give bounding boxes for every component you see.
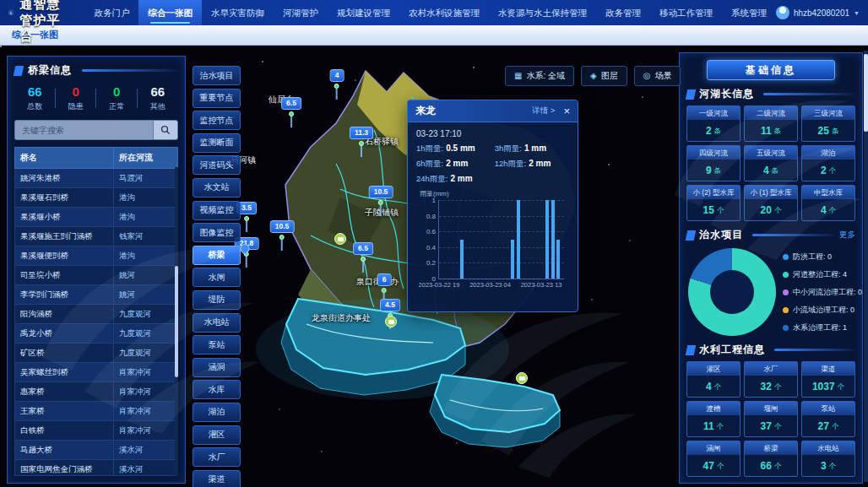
layer-menu-item[interactable]: 桥梁 [193,246,241,265]
top-navbar: 水系连通智慧管护平台 政务门户 综合一张图 水旱灾害防御 河湖管护 规划建设管理… [0,0,868,25]
card-label: 渡槽 [687,402,740,415]
nav-item[interactable]: 政务管理 [596,0,650,25]
bridge-name-cell: 吴家螺丝剅桥 [15,363,113,381]
card-label: 涵闸 [687,441,740,455]
card-number: 2 [706,125,712,137]
nav-item[interactable]: 政务门户 [84,0,138,25]
layer-menu-item[interactable]: 渠道 [193,470,241,487]
nav-item[interactable]: 规划建设管理 [328,0,399,25]
map-tool-button[interactable]: ▦ 水系: 全域 [505,66,574,86]
y-axis-tick: 0.6 [426,228,436,235]
table-row[interactable]: 矿区桥 九度观河 [15,344,177,363]
layer-menu-item[interactable]: 灌区 [193,425,241,445]
breadcrumb-bar: 综合一张图 [0,25,868,46]
table-row[interactable]: 姚河朱港桥 马渡河 [15,169,177,188]
bridge-name-cell: 李学剅门涵桥 [15,285,113,304]
layer-menu-item[interactable]: 水厂 [193,447,241,467]
camera-icon[interactable] [516,372,528,384]
rain-bar [511,240,514,279]
marker-stem [361,146,362,157]
water-level-marker[interactable]: 11.3 [350,127,373,157]
layer-menu-item[interactable]: 图像监控 [193,223,241,242]
table-scroll-thumb[interactable] [175,266,178,377]
table-row[interactable]: 阳沟涵桥 九度观河 [15,305,177,324]
search-button[interactable] [153,120,178,140]
river-name-cell: 溪水河 [113,441,177,459]
table-row[interactable]: 果溪堰施王剅门涵桥 钱家河 [15,227,177,246]
card-number: 11 [703,420,714,432]
layer-menu-item[interactable]: 泵站 [193,335,241,354]
title-accent [14,66,24,76]
card-label: 五级河流 [745,146,797,160]
table-row[interactable]: 惠家桥 肖家冲河 [15,382,177,402]
nav-item[interactable]: 综合一张图 [138,0,202,25]
table-row[interactable]: 白铁桥 肖家冲河 [15,421,177,441]
layer-menu-item[interactable]: 水闸 [193,268,241,287]
layer-menu-item[interactable]: 监控节点 [193,111,241,130]
basic-info-button[interactable]: 基础信息 [707,60,835,80]
stat-card: 二级河流 11 条 [744,106,798,142]
bridge-name-cell: 国家电网焦金门涵桥 [15,460,113,476]
nav-item[interactable]: 移动工作管理 [650,0,722,25]
card-number: 32 [761,381,772,392]
nav-item[interactable]: 水资源与水土保持管理 [489,0,596,25]
nav-item[interactable]: 系统管理 [722,0,776,25]
map-tool-button[interactable]: ◈ 图层 [581,66,627,86]
stat-card: 三级河流 25 条 [801,106,855,142]
table-row[interactable]: 禹龙小桥 九度观河 [15,324,177,344]
stat-value: 66 [138,84,179,99]
table-row[interactable]: 果溪堰便剅桥 港沟 [15,246,177,266]
water-level-marker[interactable]: 10.5 [369,186,393,216]
layer-menu-item[interactable]: 水文站 [193,178,241,198]
map-tool-button[interactable]: ◎ 场景 [634,66,681,86]
table-row[interactable]: 马趟大桥 溪水河 [15,441,177,460]
page-scrollbar[interactable] [864,51,868,482]
layer-menu-item[interactable]: 河道码头 [193,155,241,175]
layer-menu-item[interactable]: 涵洞 [193,358,241,377]
column-header-bridge: 桥名 [15,148,113,168]
table-row[interactable]: 国家电网焦金门涵桥 溪水河 [15,460,177,476]
river-name-cell: 港沟 [113,188,177,207]
layer-menu-item[interactable]: 水电站 [193,313,241,333]
marker-stem [281,240,283,251]
layer-menu-item[interactable]: 治水项目 [193,66,241,85]
layer-menu-item[interactable]: 水库 [193,380,241,399]
water-level-marker[interactable]: 6.5 [353,242,373,273]
camera-lens [519,376,525,381]
table-row[interactable]: 果溪堰石剅桥 港沟 [15,188,177,208]
table-row[interactable]: 王家桥 肖家冲河 [15,402,177,421]
camera-lens [338,237,344,241]
detail-link[interactable]: 详情 > [532,106,555,116]
layer-menu-item[interactable]: 湖泊 [193,403,241,422]
nav-item[interactable]: 水旱灾害防御 [202,0,274,25]
basic-info-panel: 基础信息 河湖长信息 一级河流 2 条 [679,52,863,484]
table-row[interactable]: 司呈垸小桥 姚河 [15,266,177,285]
rain-bar [545,200,549,279]
page-scroll-thumb[interactable] [864,54,868,132]
more-link[interactable]: 更多 [839,230,855,241]
layer-menu-item[interactable]: 监测断面 [193,133,241,153]
camera-icon[interactable] [385,316,397,327]
table-row[interactable]: 果溪堰小桥 港沟 [15,208,177,227]
water-level-marker[interactable]: 4 [330,69,344,100]
layer-menu-item[interactable]: 视频监控 [193,201,241,220]
user-menu[interactable]: hhzb42080201 ▼ [776,6,860,19]
table-row[interactable]: 吴家螺丝剅桥 肖家冲河 [15,363,177,382]
search-input[interactable] [14,120,153,140]
nav-item[interactable]: 河湖管护 [274,0,328,25]
table-row[interactable]: 李学剅门涵桥 姚河 [15,285,177,305]
camera-icon[interactable] [334,233,346,245]
metric-label: 24h雨量: [416,174,448,183]
marker-value: 6 [377,273,392,286]
nav-item[interactable]: 农村水利设施管理 [399,0,489,25]
layer-menu-item[interactable]: 重要节点 [193,89,241,108]
table-scrollbar[interactable] [175,167,178,476]
layer-menu-item[interactable]: 堤防 [193,290,241,310]
bridge-name-cell: 司呈垸小桥 [15,266,113,284]
chevron-down-icon: ▼ [854,10,860,16]
water-level-marker[interactable]: 6.5 [281,97,301,127]
project-donut-chart [688,248,776,336]
stat-value: 0 [96,84,138,99]
water-level-marker[interactable]: 10.5 [270,220,295,251]
close-icon[interactable]: × [563,106,570,116]
